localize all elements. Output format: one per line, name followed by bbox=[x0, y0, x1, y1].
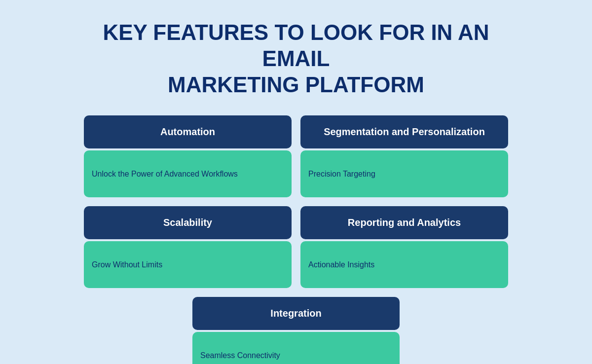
integration-group: Integration Seamless Connectivity bbox=[192, 297, 400, 364]
segmentation-header: Segmentation and Personalization bbox=[300, 115, 508, 148]
reporting-body: Actionable Insights bbox=[300, 241, 508, 288]
reporting-group: Reporting and Analytics Actionable Insig… bbox=[300, 206, 508, 288]
top-row: Automation Unlock the Power of Advanced … bbox=[84, 115, 508, 197]
middle-row: Scalability Grow Without Limits Reportin… bbox=[84, 206, 508, 288]
automation-group: Automation Unlock the Power of Advanced … bbox=[84, 115, 292, 197]
segmentation-body: Precision Targeting bbox=[300, 150, 508, 197]
automation-header: Automation bbox=[84, 115, 292, 148]
integration-header: Integration bbox=[192, 297, 400, 330]
scalability-header: Scalability bbox=[84, 206, 292, 239]
scalability-body: Grow Without Limits bbox=[84, 241, 292, 288]
automation-body: Unlock the Power of Advanced Workflows bbox=[84, 150, 292, 197]
integration-body: Seamless Connectivity bbox=[192, 332, 400, 364]
scalability-group: Scalability Grow Without Limits bbox=[84, 206, 292, 288]
segmentation-group: Segmentation and Personalization Precisi… bbox=[300, 115, 508, 197]
page-title: KEY FEATURES TO LOOK FOR IN AN EMAIL MAR… bbox=[74, 20, 518, 98]
features-grid: Automation Unlock the Power of Advanced … bbox=[84, 115, 508, 364]
reporting-header: Reporting and Analytics bbox=[300, 206, 508, 239]
